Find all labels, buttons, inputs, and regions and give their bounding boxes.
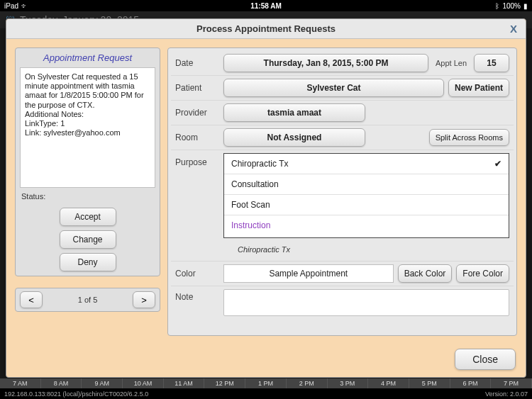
color-label: Color [175, 269, 219, 279]
back-color-button[interactable]: Back Color [398, 264, 453, 283]
ipad-label: iPad [4, 2, 18, 10]
battery-label: 100% [502, 2, 521, 10]
dialog-title: Process Appointment Requests [196, 23, 336, 34]
battery-icon: ▮ [523, 2, 528, 10]
purpose-label: Purpose [175, 153, 219, 261]
new-patient-button[interactable]: New Patient [448, 79, 509, 97]
provider-label: Provider [175, 108, 219, 118]
left-panel: Appointment Request On Sylvester Cat req… [15, 47, 160, 336]
note-label: Note [175, 289, 219, 302]
footer-bar: 192.168.0.133:8021 (local)/pschiro/CT002… [0, 388, 532, 399]
pager-row: < 1 of 5 > [15, 288, 160, 312]
accept-button[interactable]: Accept [60, 208, 116, 226]
time-slot: 8 AM [41, 378, 82, 388]
date-field[interactable]: Thursday, Jan 8, 2015, 5:00 PM [223, 54, 428, 72]
clock: 11:58 AM [250, 2, 282, 10]
dialog-header: Process Appointment Requests X [6, 19, 526, 39]
time-slot: 12 PM [204, 378, 245, 388]
apptlen-label: Appt Len [433, 59, 470, 67]
deny-button[interactable]: Deny [60, 253, 116, 271]
bluetooth-icon: ᛒ [495, 2, 499, 10]
close-button[interactable]: Close [455, 349, 516, 370]
room-field[interactable]: Not Assigned [223, 128, 365, 147]
status-label: Status: [20, 188, 155, 208]
pager-text: 1 of 5 [78, 296, 98, 304]
process-appointment-dialog: Process Appointment Requests X Appointme… [6, 18, 526, 378]
time-slot: 2 PM [287, 378, 328, 388]
request-title: Appointment Request [20, 52, 155, 63]
purpose-listbox[interactable]: Chiropractic Tx ✔ Consultation Foot Scan… [223, 153, 509, 238]
patient-field[interactable]: Sylvester Cat [223, 79, 444, 97]
form-panel: Date Thursday, Jan 8, 2015, 5:00 PM Appt… [167, 47, 517, 336]
room-label: Room [175, 133, 219, 142]
purpose-item-chiro[interactable]: Chiropractic Tx ✔ [224, 154, 509, 174]
check-icon: ✔ [494, 159, 501, 169]
footer-right: Version: 2.0.07 [485, 390, 528, 398]
footer-left: 192.168.0.133:8021 (local)/pschiro/CT002… [4, 390, 148, 398]
next-button[interactable]: > [133, 291, 155, 308]
time-slot: 4 PM [368, 378, 409, 388]
prev-button[interactable]: < [20, 291, 43, 308]
fore-color-button[interactable]: Fore Color [456, 264, 509, 283]
timeline: 7 AM 8 AM 9 AM 10 AM 11 AM 12 PM 1 PM 2 … [0, 378, 532, 388]
dialog-close-button[interactable]: X [510, 23, 517, 35]
time-slot: 3 PM [328, 378, 369, 388]
time-slot: 7 AM [0, 378, 41, 388]
note-input[interactable] [223, 289, 509, 316]
purpose-item-footscan[interactable]: Foot Scan [224, 195, 509, 215]
time-slot: 5 PM [409, 378, 450, 388]
purpose-item-instruction[interactable]: Instruction [224, 215, 509, 235]
purpose-item-consultation[interactable]: Consultation [224, 174, 509, 195]
time-slot: 9 AM [82, 378, 123, 388]
change-button[interactable]: Change [60, 230, 116, 249]
apptlen-field[interactable]: 15 [474, 54, 509, 72]
purpose-selected-text: Chiropractic Tx [223, 238, 509, 261]
patient-label: Patient [175, 83, 219, 93]
wifi-icon: ᯤ [21, 2, 28, 10]
time-slot: 10 AM [123, 378, 164, 388]
color-sample: Sample Appointment [223, 264, 394, 283]
request-text: On Sylvester Cat requested a 15 minute a… [20, 67, 155, 188]
request-box: Appointment Request On Sylvester Cat req… [15, 47, 160, 276]
time-slot: 6 PM [450, 378, 492, 388]
ipad-status-bar: iPad ᯤ 11:58 AM ᛒ 100% ▮ [0, 0, 532, 11]
time-slot: 7 PM [491, 378, 532, 388]
date-label: Date [175, 58, 219, 68]
provider-field[interactable]: tasmia amaat [223, 103, 365, 122]
split-rooms-button[interactable]: Split Across Rooms [429, 129, 509, 146]
time-slot: 1 PM [245, 378, 287, 388]
time-slot: 11 AM [164, 378, 205, 388]
